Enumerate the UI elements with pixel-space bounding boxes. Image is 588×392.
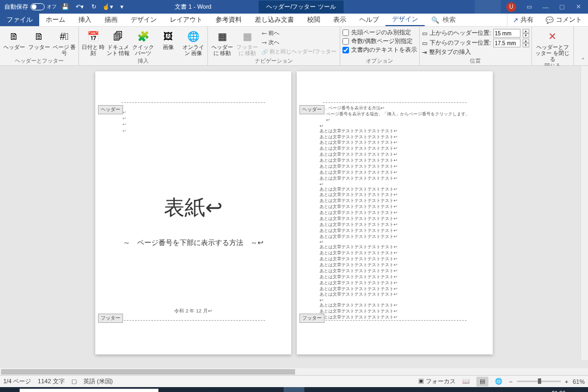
body-line: あとは文章テストテストテストテスト↩ bbox=[320, 228, 470, 234]
taskbar-search[interactable]: 🔍 ここに入力して検索 bbox=[20, 389, 158, 392]
quickparts-icon: 🧩 bbox=[134, 29, 152, 44]
align-tab-icon: ⇥ bbox=[422, 49, 427, 56]
quickparts-button[interactable]: 🧩 クイック パーツ bbox=[131, 28, 155, 56]
status-wordcount[interactable]: 1142 文字 bbox=[38, 377, 65, 385]
web-layout-button[interactable]: 🌐 bbox=[493, 377, 505, 387]
docinfo-icon: 🗐 bbox=[109, 29, 127, 44]
undo-button[interactable]: ↶▾ bbox=[74, 2, 85, 13]
tab-layout[interactable]: レイアウト bbox=[163, 14, 209, 26]
zoom-out-button[interactable]: − bbox=[509, 378, 512, 385]
autosave-label: 自動保存 bbox=[4, 3, 28, 11]
zoom-in-button[interactable]: + bbox=[565, 378, 568, 385]
footer-from-bottom-input[interactable] bbox=[493, 39, 520, 47]
share-button[interactable]: ↗ 共有 bbox=[507, 14, 540, 26]
header-button[interactable]: 🗎 ヘッダー bbox=[2, 28, 26, 50]
redo-button[interactable]: ↻ bbox=[88, 2, 99, 13]
group-insert-title: 挿入 bbox=[81, 57, 205, 65]
minimize-button[interactable]: — bbox=[538, 0, 553, 14]
body-line: あとは文章テストテストテストテスト↩ bbox=[320, 146, 470, 152]
header-top-icon: ▭ bbox=[422, 30, 427, 36]
body-line: あとは文章テストテストテストテスト↩ bbox=[320, 274, 470, 280]
print-layout-button[interactable]: ▤ bbox=[476, 377, 488, 387]
picture-button[interactable]: 🖼 画像 bbox=[156, 28, 180, 50]
taskview-button[interactable]: ⊞ bbox=[180, 387, 201, 392]
page-2[interactable]: ヘッダー フッター １．ページ番号を表示する方法↩ ページ番号を表示する場合、「… bbox=[297, 71, 493, 354]
share-label: 共有 bbox=[520, 15, 534, 24]
align-tab-button[interactable]: ⇥整列タブの挿入 bbox=[422, 48, 529, 56]
close-hf-icon: ✕ bbox=[544, 29, 561, 44]
show-document-text-checkbox[interactable]: 文書内のテキストを表示 bbox=[342, 46, 417, 54]
save-button[interactable]: 💾 bbox=[60, 2, 71, 13]
prev-section-button[interactable]: 🡐前へ bbox=[260, 29, 338, 38]
top-up-button[interactable]: ▲ bbox=[523, 29, 529, 33]
datetime-button[interactable]: 📅 日付と 時刻 bbox=[81, 28, 105, 56]
page-2-body: １．ページ番号を表示する方法↩ ページ番号を表示する場合、「挿入」からページ番号… bbox=[297, 71, 493, 321]
docinfo-button[interactable]: 🗐 ドキュメント 情報 bbox=[106, 28, 130, 56]
close-hf-button[interactable]: ✕ ヘッダーとフッター を閉じる bbox=[534, 28, 571, 62]
bot-up-button[interactable]: ▲ bbox=[523, 39, 529, 43]
cortana-button[interactable]: ○ bbox=[160, 387, 180, 392]
maximize-button[interactable]: ▢ bbox=[554, 0, 569, 14]
header-from-top-input[interactable] bbox=[493, 29, 520, 38]
touch-mode-button[interactable]: ☝▾ bbox=[102, 2, 113, 13]
tab-design[interactable]: デザイン bbox=[124, 14, 163, 26]
page-1[interactable]: ヘッダー フッター ↩↩↩↩ 表紙↩ ～ ページ番号を下部に表示する方法 ～↩ … bbox=[95, 71, 291, 354]
proofing-icon[interactable]: ▢ bbox=[71, 378, 77, 385]
group-nav-title: ナビゲーション bbox=[210, 57, 338, 65]
edge-button[interactable]: 🌐 bbox=[201, 387, 222, 392]
tab-references[interactable]: 参考資料 bbox=[209, 14, 248, 26]
status-language[interactable]: 英語 (米国) bbox=[83, 377, 113, 385]
paint-taskbar-button[interactable]: 🎨 bbox=[304, 387, 325, 392]
tab-review[interactable]: 校閲 bbox=[301, 14, 327, 26]
goto-header-button[interactable]: ▦ ヘッダーに 移動 bbox=[210, 28, 234, 56]
status-page[interactable]: 1/4 ページ bbox=[3, 377, 31, 385]
zoom-slider[interactable] bbox=[517, 381, 561, 382]
body-line: あとは文章テストテストテストテスト↩ bbox=[320, 303, 470, 309]
comment-button[interactable]: 💬 コメント bbox=[540, 14, 588, 26]
close-window-button[interactable]: ✕ bbox=[571, 0, 586, 14]
body-line: あとは文章テストテストテストテスト↩ bbox=[320, 234, 470, 240]
body-line: あとは文章テストテストテストテスト↩ bbox=[320, 280, 470, 286]
body-line: あとは文章テストテストテストテスト↩ bbox=[320, 134, 470, 140]
tab-home[interactable]: ホーム bbox=[39, 14, 72, 26]
horizontal-scrollbar[interactable] bbox=[0, 368, 588, 375]
body-line: あとは文章テストテストテストテスト↩ bbox=[320, 176, 470, 182]
vertical-scrollbar[interactable] bbox=[580, 66, 588, 360]
footer-from-bottom-spinner[interactable]: ▭ 下からのフッター位置: ▲▼ bbox=[422, 39, 529, 47]
next-section-button[interactable]: 🡒次へ bbox=[260, 38, 338, 47]
bot-down-button[interactable]: ▼ bbox=[523, 43, 529, 47]
different-first-page-checkbox[interactable]: 先頭ページのみ別指定 bbox=[342, 29, 417, 36]
contextual-tab-label: ヘッダー/フッター ツール bbox=[259, 1, 343, 13]
mail-button[interactable]: ✉ bbox=[263, 387, 284, 392]
tab-draw[interactable]: 描画 bbox=[98, 14, 124, 26]
page-number-button[interactable]: #⃣ ページ 番号 bbox=[52, 28, 76, 56]
body-line: あとは文章テストテストテストテスト↩ bbox=[320, 216, 470, 222]
tab-insert[interactable]: 挿入 bbox=[72, 14, 98, 26]
focus-icon: ▣ bbox=[418, 378, 424, 384]
online-picture-button[interactable]: 🌐 オンライン 画像 bbox=[181, 28, 205, 56]
start-button[interactable] bbox=[0, 387, 19, 392]
explorer-button[interactable]: 📁 bbox=[222, 387, 242, 392]
collapse-ribbon-button[interactable]: ˄ bbox=[578, 27, 588, 65]
header-from-top-spinner[interactable]: ▭ 上からのヘッダー位置: ▲▼ bbox=[422, 29, 529, 38]
zoom-level[interactable]: 61% bbox=[573, 378, 585, 385]
ribbon-options-button[interactable]: ▭ bbox=[522, 0, 537, 14]
focus-mode-button[interactable]: ▣ フォーカス bbox=[418, 377, 456, 385]
tab-mailings[interactable]: 差し込み文書 bbox=[248, 14, 301, 26]
user-avatar[interactable]: U bbox=[506, 2, 516, 12]
cover-subtitle: ～ ページ番号を下部に表示する方法 ～↩ bbox=[122, 238, 264, 248]
tab-file[interactable]: ファイル bbox=[0, 14, 39, 26]
autosave-toggle[interactable]: 自動保存 オフ bbox=[4, 3, 57, 11]
tab-hf-design[interactable]: デザイン bbox=[385, 14, 425, 26]
tab-view[interactable]: 表示 bbox=[327, 14, 353, 26]
tab-help[interactable]: ヘルプ bbox=[353, 14, 385, 26]
qat-customize-button[interactable]: ▾ bbox=[117, 2, 127, 13]
top-down-button[interactable]: ▼ bbox=[523, 33, 529, 38]
word-taskbar-button[interactable]: W bbox=[284, 387, 304, 392]
read-mode-button[interactable]: 📖 bbox=[460, 377, 472, 387]
header-tag-p2: ヘッダー bbox=[299, 105, 324, 114]
footer-button[interactable]: 🗎 フッター bbox=[27, 28, 51, 50]
store-button[interactable]: 🛍 bbox=[242, 387, 263, 392]
search-box[interactable]: 🔍 検索 bbox=[425, 14, 462, 26]
different-odd-even-checkbox[interactable]: 奇数/偶数ページ別指定 bbox=[342, 38, 417, 45]
